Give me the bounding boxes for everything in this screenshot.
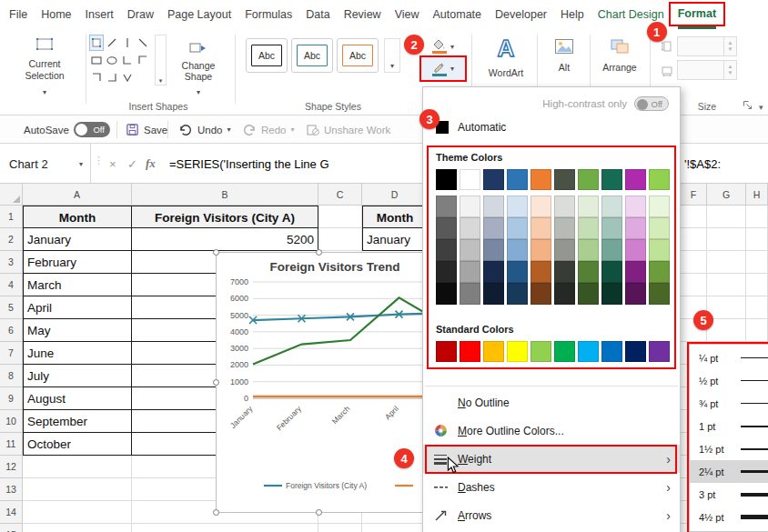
shape-tool-icon[interactable] bbox=[120, 69, 135, 85]
tab-format[interactable]: Format1 bbox=[678, 0, 716, 29]
tab-file[interactable]: File bbox=[9, 0, 27, 29]
autosave-switch[interactable]: Off bbox=[74, 122, 110, 137]
shape-tool-icon[interactable] bbox=[105, 69, 119, 85]
cell-A3[interactable]: February bbox=[23, 251, 132, 274]
shape-height-input[interactable]: ▲▼ bbox=[677, 36, 737, 56]
cell-A10[interactable]: September bbox=[23, 410, 132, 433]
theme-tint-swatch[interactable] bbox=[578, 261, 599, 283]
cell-D15[interactable] bbox=[362, 524, 428, 532]
theme-tint-swatch[interactable] bbox=[531, 217, 551, 239]
cell-B2[interactable]: 5200 bbox=[132, 228, 318, 251]
menu-item-dashes[interactable]: Dashes› bbox=[423, 473, 680, 501]
column-header-C[interactable]: C bbox=[318, 184, 362, 206]
shape-style-preset-2[interactable]: Abc bbox=[291, 38, 333, 73]
theme-color-swatch[interactable] bbox=[578, 169, 599, 190]
theme-tint-swatch[interactable] bbox=[483, 283, 504, 305]
cell-H2[interactable] bbox=[746, 228, 768, 251]
theme-tint-swatch[interactable] bbox=[578, 239, 599, 261]
current-selection-group[interactable]: Current Selection ▾ bbox=[5, 33, 84, 113]
cell-H1[interactable] bbox=[746, 206, 768, 228]
row-header-3[interactable]: 3 bbox=[0, 251, 23, 274]
cell-B1[interactable]: Foreign Visitors (City A) bbox=[132, 206, 318, 228]
automatic-color-item[interactable]: Automatic bbox=[423, 115, 680, 140]
row-header-14[interactable]: 14 bbox=[0, 501, 23, 524]
cell-F3[interactable] bbox=[681, 251, 707, 274]
theme-tint-swatch[interactable] bbox=[460, 283, 480, 305]
theme-tint-swatch[interactable] bbox=[460, 239, 480, 261]
column-header-A[interactable]: A bbox=[23, 184, 132, 206]
shape-width-input[interactable]: ▲▼ bbox=[677, 60, 737, 80]
cell-A8[interactable]: July bbox=[23, 365, 132, 387]
theme-color-swatch[interactable] bbox=[601, 169, 622, 190]
column-header-D[interactable]: D bbox=[362, 184, 428, 206]
cell-A15[interactable] bbox=[23, 524, 132, 532]
cell-H4[interactable] bbox=[746, 274, 768, 296]
cell-C15[interactable] bbox=[318, 524, 362, 532]
theme-tint-swatch[interactable] bbox=[649, 261, 670, 283]
weight-option[interactable]: 1½ pt bbox=[690, 437, 768, 460]
cell-H3[interactable] bbox=[746, 251, 768, 274]
theme-tint-swatch[interactable] bbox=[601, 261, 622, 283]
theme-tint-swatch[interactable] bbox=[578, 283, 599, 305]
theme-tint-swatch[interactable] bbox=[531, 196, 551, 217]
theme-tint-swatch[interactable] bbox=[436, 196, 457, 217]
theme-tint-swatch[interactable] bbox=[649, 196, 670, 217]
standard-color-swatch[interactable] bbox=[625, 341, 646, 362]
theme-tint-swatch[interactable] bbox=[436, 283, 457, 305]
theme-tint-swatch[interactable] bbox=[601, 217, 622, 239]
row-header-11[interactable]: 11 bbox=[0, 433, 23, 456]
standard-color-swatch[interactable] bbox=[554, 341, 575, 362]
standard-color-swatch[interactable] bbox=[601, 341, 622, 362]
row-header-12[interactable]: 12 bbox=[0, 456, 23, 478]
cell-A7[interactable]: June bbox=[23, 342, 132, 365]
theme-color-swatch[interactable] bbox=[436, 169, 457, 190]
shape-tool-icon[interactable] bbox=[89, 52, 104, 68]
row-header-4[interactable]: 4 bbox=[0, 274, 23, 296]
theme-tint-swatch[interactable] bbox=[554, 239, 575, 261]
column-header-G[interactable]: G bbox=[707, 184, 746, 206]
shape-style-preset-3[interactable]: Abc bbox=[337, 38, 379, 73]
shape-tool-icon[interactable] bbox=[120, 52, 135, 68]
theme-tint-swatch[interactable] bbox=[625, 196, 646, 217]
row-header-2[interactable]: 2 bbox=[0, 228, 23, 251]
cell-A14[interactable] bbox=[23, 501, 132, 524]
theme-tint-swatch[interactable] bbox=[649, 217, 670, 239]
theme-tint-swatch[interactable] bbox=[483, 239, 504, 261]
theme-color-swatch[interactable] bbox=[507, 169, 528, 190]
standard-color-swatch[interactable] bbox=[531, 341, 551, 362]
shape-tool-icon[interactable] bbox=[136, 35, 150, 51]
theme-tint-swatch[interactable] bbox=[483, 261, 504, 283]
menu-item-arrows[interactable]: Arrows› bbox=[423, 501, 680, 529]
cell-H6[interactable] bbox=[746, 319, 768, 342]
shape-tool-icon[interactable] bbox=[89, 35, 104, 51]
cell-A1[interactable]: Month bbox=[23, 206, 132, 228]
theme-color-swatch[interactable] bbox=[554, 169, 575, 190]
tab-automate[interactable]: Automate bbox=[433, 0, 482, 29]
cancel-icon[interactable]: × bbox=[109, 144, 116, 184]
tab-draw[interactable]: Draw bbox=[127, 0, 154, 29]
chart-resize-handle[interactable] bbox=[213, 379, 219, 386]
undo-button[interactable]: Undo ▾ bbox=[178, 115, 231, 144]
shape-tool-icon[interactable] bbox=[136, 52, 150, 68]
standard-color-swatch[interactable] bbox=[649, 341, 670, 362]
theme-tint-swatch[interactable] bbox=[507, 196, 528, 217]
weight-option[interactable]: ¼ pt bbox=[690, 346, 768, 369]
save-button[interactable]: Save bbox=[126, 115, 167, 144]
chart-plot-area[interactable]: 01000200030004000500060007000JanuaryFebr… bbox=[217, 253, 423, 507]
cell-C1[interactable] bbox=[318, 206, 362, 228]
row-header-13[interactable]: 13 bbox=[0, 478, 23, 501]
cell-F2[interactable] bbox=[681, 228, 707, 251]
column-header-B[interactable]: B bbox=[132, 184, 318, 206]
shape-tool-icon[interactable] bbox=[89, 69, 104, 85]
tab-page-layout[interactable]: Page Layout bbox=[167, 0, 231, 29]
theme-tint-swatch[interactable] bbox=[625, 217, 646, 239]
insert-shapes-gallery[interactable] bbox=[89, 35, 153, 85]
insert-function-icon[interactable]: fx bbox=[146, 144, 156, 184]
theme-tint-swatch[interactable] bbox=[483, 196, 504, 217]
cell-A9[interactable]: August bbox=[23, 387, 132, 410]
row-header-1[interactable]: 1 bbox=[0, 206, 23, 228]
shape-tool-icon[interactable] bbox=[120, 35, 135, 51]
theme-tint-swatch[interactable] bbox=[554, 283, 575, 305]
shape-styles-more-button[interactable]: ▾ bbox=[384, 38, 400, 73]
unshare-workbook-button[interactable]: Unshare Work bbox=[306, 115, 390, 144]
